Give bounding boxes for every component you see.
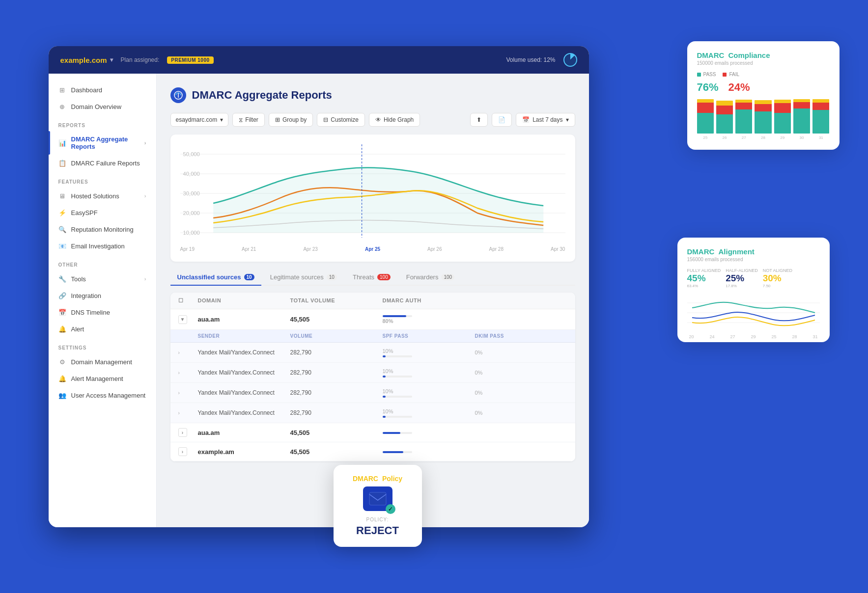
x-label-apr23: Apr 23 (303, 246, 317, 252)
table-row: › Yandex Mail/Yandex.Connect 282,790 10%… (170, 383, 575, 403)
sidebar-item-reputation[interactable]: 🔍 Reputation Monitoring (49, 221, 156, 238)
domain-select[interactable]: esaydmarc.com ▾ (170, 113, 229, 127)
sidebar-item-domain-management[interactable]: ⚙ Domain Management (49, 353, 156, 370)
compliance-card-title: DMARC Compliance (697, 51, 830, 59)
compliance-title-accent: Compliance (728, 51, 770, 59)
volume-circle (563, 53, 577, 67)
row-expand-btn-3[interactable]: › (178, 447, 198, 456)
bar-x-2: 26 (722, 135, 727, 140)
groupby-btn[interactable]: ⊞ Group by (269, 113, 313, 127)
sidebar: ⊞ Dashboard ⊕ Domain Overview REPORTS 📊 … (49, 74, 157, 527)
export-btn-1[interactable]: ⬆ (470, 113, 488, 127)
half-aligned-sub: 17.8% (726, 284, 758, 288)
sub-col-spf: SPF PASS (383, 333, 475, 339)
fully-aligned-value: 45% (687, 273, 721, 284)
hide-graph-btn[interactable]: 👁 Hide Graph (369, 113, 420, 127)
sidebar-item-hosted-solutions[interactable]: 🖥 Hosted Solutions › (49, 188, 156, 204)
sidebar-item-user-access[interactable]: 👥 User Access Management (49, 387, 156, 404)
align-x-3: 27 (730, 334, 735, 339)
tab-forwarders-badge: 100 (441, 274, 454, 280)
sidebar-item-email-investigation[interactable]: 📧 Email Investigation (49, 238, 156, 254)
sidebar-item-dmarc-aggregate[interactable]: 📊 DMARC Aggregate Reports › (49, 131, 156, 155)
volume-text: Volume used: 12% (506, 56, 555, 63)
tab-unclassified[interactable]: Unclassified sources 10 (170, 270, 261, 286)
line-chart: 50,000 40,000 30,000 20,000 10,000 (180, 144, 565, 243)
row-expand-btn[interactable]: ▼ (178, 315, 198, 324)
sidebar-item-alert-management[interactable]: 🔔 Alert Management (49, 370, 156, 387)
align-x-1: 20 (689, 334, 694, 339)
sender-dkim: 0% (475, 349, 567, 356)
legend-pass-label: PASS (703, 72, 716, 77)
domain-arrow-icon: ▾ (110, 56, 113, 63)
bar-group-7: 31 (812, 99, 829, 140)
tab-unclassified-label: Unclassified sources (177, 273, 241, 281)
tab-legitimate-badge: 10 (327, 274, 337, 280)
sub-col-dkim: DKIM PASS (475, 333, 567, 339)
hide-graph-label: Hide Graph (384, 116, 414, 123)
sidebar-item-dashboard[interactable]: ⊞ Dashboard (49, 81, 156, 98)
export-icon-2: 📄 (498, 116, 505, 123)
tab-threats[interactable]: Threats 100 (346, 270, 397, 286)
browser-window: example.com ▾ Plan assigned: PREMIUM 100… (49, 46, 589, 527)
top-nav: example.com ▾ Plan assigned: PREMIUM 100… (49, 46, 589, 74)
row-dmarc-2 (383, 431, 475, 434)
date-range-selector[interactable]: 📅 Last 7 days ▾ (516, 113, 575, 127)
sidebar-item-tools[interactable]: 🔧 Tools › (49, 270, 156, 287)
sidebar-label-hosted-solutions: Hosted Solutions (71, 192, 119, 200)
policy-label: POLICY: (343, 517, 412, 522)
sender-name-3: Yandex Mail/Yandex.Connect (198, 389, 290, 396)
bar-x-5: 29 (780, 135, 784, 140)
card-policy: DMARC Policy ✓ POLICY: REJECT (334, 465, 422, 547)
legend-dot-fail (723, 73, 727, 77)
customize-btn[interactable]: ⊟ Customize (317, 113, 365, 127)
x-label-apr25: Apr 25 (365, 246, 380, 252)
easyspf-icon: ⚡ (58, 209, 66, 216)
sidebar-item-alert[interactable]: 🔔 Alert (49, 321, 156, 337)
row-expand-btn-2[interactable]: › (178, 428, 198, 437)
sidebar-item-dns-timeline[interactable]: 📅 DNS Timeline (49, 304, 156, 321)
sidebar-item-dmarc-failure[interactable]: 📋 DMARC Failure Reports (49, 155, 156, 171)
chevron-icon: › (144, 140, 146, 146)
table-row: › Yandex Mail/Yandex.Connect 282,790 10%… (170, 403, 575, 423)
align-x-2: 24 (709, 334, 714, 339)
outer-wrapper: example.com ▾ Plan assigned: PREMIUM 100… (29, 27, 840, 566)
svg-text:10,000: 10,000 (183, 230, 199, 236)
col-extra (475, 297, 567, 304)
export-btn-2[interactable]: 📄 (492, 113, 512, 127)
tab-legitimate[interactable]: Legitimate sources 10 (263, 270, 344, 286)
sidebar-item-easyspf[interactable]: ⚡ EasySPF (49, 204, 156, 221)
table-row: › Yandex Mail/Yandex.Connect 282,790 10%… (170, 343, 575, 363)
tab-unclassified-badge: 10 (244, 274, 254, 280)
sidebar-label-email-investigation: Email Investigation (71, 243, 125, 250)
page-title: DMARC Aggregate Reports (192, 89, 332, 102)
filter-icon: ⧖ (239, 116, 243, 123)
x-label-apr30: Apr 30 (551, 246, 565, 252)
legend-dot-pass (697, 73, 701, 77)
chart-container: 50,000 40,000 30,000 20,000 10,000 (170, 135, 575, 262)
sidebar-label-domain-management: Domain Management (71, 358, 132, 366)
row-volume-3: 45,505 (290, 448, 383, 456)
alignment-title-main: DMARC (687, 247, 715, 256)
sidebar-item-integration[interactable]: 🔗 Integration (49, 287, 156, 304)
filter-btn[interactable]: ⧖ Filter (232, 113, 265, 127)
svg-rect-15 (369, 492, 386, 505)
policy-title-main: DMARC (353, 475, 378, 483)
sidebar-label-dashboard: Dashboard (71, 86, 103, 94)
main-content: DMARC Aggregate Reports esaydmarc.com ▾ … (157, 74, 589, 527)
domain-selector[interactable]: example.com ▾ (60, 56, 113, 64)
pass-metric: 76% (697, 81, 719, 94)
tab-threats-badge: 100 (377, 274, 391, 280)
x-label-apr19: Apr 19 (180, 246, 195, 252)
card-compliance: DMARC Compliance 150000 emails processed… (687, 41, 840, 150)
dns-timeline-icon: 📅 (58, 308, 66, 316)
sidebar-item-domain-overview[interactable]: ⊕ Domain Overview (49, 98, 156, 115)
main-layout: ⊞ Dashboard ⊕ Domain Overview REPORTS 📊 … (49, 74, 589, 527)
tab-forwarders[interactable]: Forwarders 100 (399, 270, 461, 286)
policy-value: REJECT (343, 524, 412, 537)
tabs-row: Unclassified sources 10 Legitimate sourc… (170, 270, 575, 286)
pass-value: 76% (697, 81, 719, 94)
sidebar-label-tools: Tools (71, 275, 86, 283)
row-volume: 45,505 (290, 316, 383, 323)
policy-check-icon: ✓ (386, 504, 395, 514)
chevron-icon-3: › (144, 276, 146, 282)
